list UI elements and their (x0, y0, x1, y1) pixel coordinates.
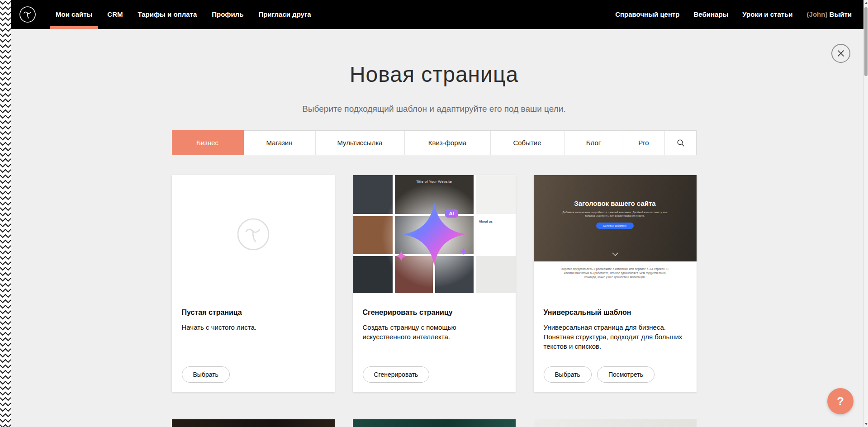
navbar-left-group: Мои сайты CRM Тарифы и оплата Профиль Пр… (19, 0, 311, 29)
card-title: Универсальный шаблон (544, 308, 687, 317)
tab-label: Бизнес (196, 139, 218, 147)
tilda-watermark-icon (236, 217, 270, 251)
tab-shop[interactable]: Магазин (244, 131, 316, 155)
card-description: Универсальная страница для бизнеса. Поня… (544, 323, 687, 351)
top-navbar: Мои сайты CRM Тарифы и оплата Профиль Пр… (11, 0, 863, 29)
tab-blog[interactable]: Блог (564, 131, 623, 155)
card-body: Универсальный шаблон Универсальная стран… (534, 293, 697, 351)
template-card-partial[interactable] (534, 419, 697, 427)
scrollbar[interactable] (863, 0, 868, 427)
card-body: Пустая страница Начать с чистого листа. (172, 293, 335, 332)
search-icon (677, 139, 685, 147)
tab-business[interactable]: Бизнес (172, 130, 244, 155)
card-title: Пустая страница (182, 308, 325, 317)
card-description: Начать с чистого листа. (182, 323, 325, 332)
card-body: Сгенерировать страницу Создать страницу … (353, 293, 516, 342)
preview-hero-section: Заголовок вашего сайта Добавьте интересн… (534, 175, 697, 261)
new-page-modal: Новая страница Выберите подходящий шабло… (0, 0, 868, 427)
navbar-right-group: Справочный центр Вебинары Уроки и статьи… (615, 0, 852, 29)
nav-item-label: CRM (107, 10, 123, 18)
template-card-partial[interactable] (172, 419, 335, 427)
preview-subtext: Добавьте интересные подробности о вашей … (563, 210, 668, 218)
card-description: Создать страницу с помощью искусственног… (363, 323, 506, 342)
page-title: Новая страница (0, 62, 868, 87)
help-button[interactable]: ? (827, 388, 854, 414)
nav-item-invite-friend[interactable]: Пригласи друга (258, 0, 311, 29)
scrollbar-up-arrow[interactable] (865, 2, 868, 4)
template-card-blank-page: Пустая страница Начать с чистого листа. … (172, 175, 335, 392)
ai-generate-preview[interactable]: Title of Your Website About us (353, 175, 516, 293)
template-card-partial[interactable] (353, 419, 516, 427)
nav-item-profile[interactable]: Профиль (212, 0, 243, 29)
small-sparkle-icon (395, 250, 407, 262)
tab-multilink[interactable]: Мультиссылка (316, 131, 405, 155)
tab-label: Событие (513, 139, 541, 147)
tab-pro[interactable]: Pro (623, 131, 665, 155)
card-buttons: Выбрать Посмотреть (544, 366, 655, 383)
tab-label: Блог (586, 139, 601, 147)
template-category-tabs: Бизнес Магазин Мультиссылка Квиз-форма С… (172, 130, 697, 155)
nav-item-label: Тарифы и оплата (138, 10, 197, 18)
nav-item-label: Вебинары (694, 10, 729, 18)
page-subtitle: Выберите подходящий шаблон и адаптируйте… (0, 104, 868, 114)
nav-item-help-center[interactable]: Справочный центр (615, 0, 679, 29)
ai-badge: AI (445, 209, 458, 218)
nav-item-label: Пригласи друга (258, 10, 311, 18)
blank-page-preview[interactable] (172, 175, 335, 293)
tab-label: Квиз-форма (428, 139, 467, 147)
logout-label: Выйти (830, 10, 852, 18)
nav-item-webinars[interactable]: Вебинары (694, 0, 729, 29)
chevron-down-icon (612, 252, 618, 256)
tab-label: Мультиссылка (337, 139, 382, 147)
tab-label: Pro (638, 139, 649, 147)
user-name: (John) (807, 10, 828, 18)
nav-item-my-sites[interactable]: Мои сайты (56, 0, 92, 29)
active-nav-underline (50, 26, 98, 29)
nav-item-pricing[interactable]: Тарифы и оплата (138, 0, 197, 29)
choose-button[interactable]: Выбрать (544, 366, 592, 383)
template-grid: Пустая страница Начать с чистого листа. … (172, 175, 697, 392)
nav-item-lessons[interactable]: Уроки и статьи (742, 0, 792, 29)
card-buttons: Сгенерировать (363, 366, 430, 383)
template-grid-row2 (172, 419, 697, 427)
preview-cta-button: Целевое действие (596, 223, 634, 229)
tab-quiz-form[interactable]: Квиз-форма (405, 131, 491, 155)
template-card-ai-generate: Title of Your Website About us (353, 175, 516, 392)
card-title: Сгенерировать страницу (363, 308, 506, 317)
scrollbar-thumb[interactable] (864, 7, 868, 76)
choose-button[interactable]: Выбрать (182, 366, 230, 383)
universal-template-preview[interactable]: Заголовок вашего сайта Добавьте интересн… (534, 175, 697, 293)
preview-heading: Заголовок вашего сайта (534, 175, 697, 207)
close-button[interactable] (831, 44, 850, 63)
nav-item-label: Уроки и статьи (742, 10, 792, 18)
close-icon (837, 50, 844, 57)
preview-button[interactable]: Посмотреть (597, 366, 655, 383)
preview-body-text: Коротко представьтесь и расскажите о ком… (534, 261, 697, 279)
generate-button[interactable]: Сгенерировать (363, 366, 430, 383)
card-buttons: Выбрать (182, 366, 230, 383)
tab-label: Магазин (266, 139, 293, 147)
template-card-universal: Заголовок вашего сайта Добавьте интересн… (534, 175, 697, 392)
tab-event[interactable]: Событие (491, 131, 564, 155)
nav-item-label: Мои сайты (56, 10, 92, 18)
nav-item-crm[interactable]: CRM (107, 0, 123, 29)
tilda-logo-icon[interactable] (19, 6, 36, 23)
nav-item-logout[interactable]: (John) Выйти (807, 0, 852, 29)
zigzag-edge-decoration (0, 0, 11, 427)
nav-item-label: Профиль (212, 10, 243, 18)
tab-search[interactable] (665, 131, 697, 155)
nav-item-label: Справочный центр (615, 10, 679, 18)
scrollbar-down-arrow[interactable] (865, 423, 868, 425)
small-sparkle-icon (460, 247, 468, 256)
